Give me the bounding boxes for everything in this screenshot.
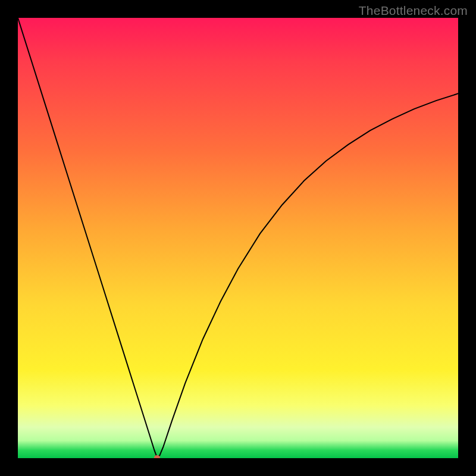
bottleneck-curve (18, 18, 458, 458)
plot-area (18, 18, 458, 458)
curve-path (18, 18, 458, 458)
chart-frame: TheBottleneck.com (0, 0, 476, 476)
minimum-marker (154, 455, 160, 458)
watermark-text: TheBottleneck.com (359, 4, 468, 18)
